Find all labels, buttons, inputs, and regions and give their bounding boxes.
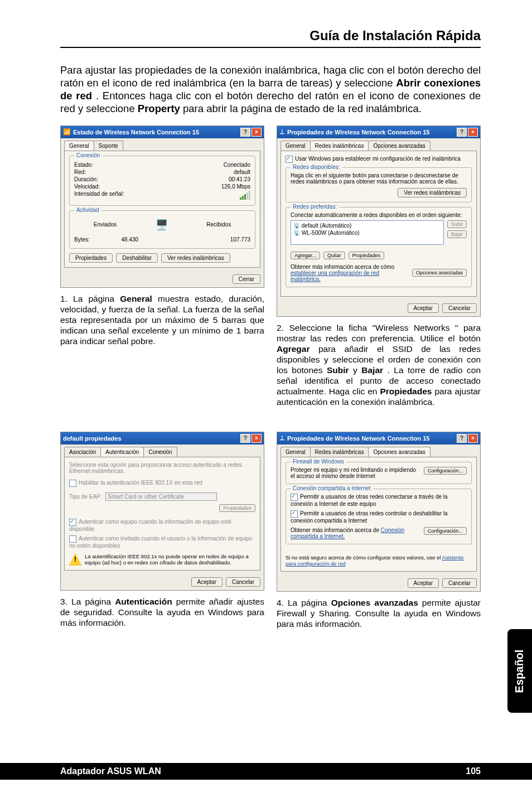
down-button[interactable]: Bajar (447, 230, 467, 238)
preferred-list[interactable]: 📡 default (Automático) 📡 WL-500W (Automá… (291, 220, 444, 245)
tab-soporte[interactable]: Soporte (94, 141, 123, 151)
ics-allow-control-checkbox[interactable] (291, 510, 298, 518)
close-button[interactable]: Cerrar (233, 274, 260, 284)
cancel-button[interactable]: Cancelar (226, 577, 260, 587)
group-firewall: Firewall de Windows (291, 458, 346, 465)
bytes-label: Bytes: (74, 236, 90, 243)
auth-as-guest-checkbox[interactable] (69, 535, 76, 543)
label: Velocidad: (74, 183, 100, 190)
disable-button[interactable]: Deshabilitar (116, 253, 158, 263)
signal-strength-icon (240, 191, 250, 200)
enviados-label: Enviados (94, 221, 117, 228)
titlebar: ⊥ Propiedades de Wireless Network Connec… (277, 432, 480, 445)
tab-wireless-networks[interactable]: Redes inalámbricas (310, 141, 369, 151)
properties-button[interactable]: Propiedades (349, 252, 385, 259)
list-item[interactable]: 📡 default (Automático) (293, 222, 441, 229)
view-networks-button[interactable]: Ver redes inalámbricas (398, 188, 467, 197)
help-icon[interactable]: ? (457, 128, 467, 137)
available-text: Haga clic en el siguiente botón para con… (291, 172, 467, 185)
list-item[interactable]: 📡 WL-500W (Automático) (293, 229, 441, 236)
configure-button[interactable]: Configuración... (424, 467, 467, 475)
close-icon[interactable]: × (252, 128, 262, 137)
info-link[interactable]: establecer una configuración de red inal… (291, 270, 379, 282)
ics-allow-connect-checkbox[interactable] (291, 494, 298, 501)
dialog-title: default propiedades (63, 435, 122, 442)
tab-advanced[interactable]: Opciones avanzadas (368, 141, 430, 151)
label: Intensidad de señal: (74, 191, 124, 200)
eap-type-label: Tipo de EAP: (69, 494, 102, 500)
properties-button[interactable]: Propiedades (69, 253, 113, 263)
activity-icon: 🖥️ (156, 219, 168, 231)
warning-icon: ! (69, 553, 81, 566)
cancel-button[interactable]: Cancelar (442, 578, 477, 588)
tab-wireless-networks[interactable]: Redes inalámbricas (310, 447, 369, 457)
properties-dialog: ⊥ Propiedades de Wireless Network Connec… (277, 125, 481, 317)
value: Conectado (224, 162, 250, 168)
use-windows-checkbox[interactable] (286, 156, 293, 163)
antenna-icon: 📡 (293, 223, 300, 229)
tab-general[interactable]: General (280, 141, 311, 151)
tab-general[interactable]: General (64, 141, 94, 151)
footer-page-number: 105 (466, 766, 481, 776)
group-ics: Conexión compartida a Internet (291, 485, 373, 491)
page-footer: Adaptador ASUS WLAN 105 (0, 763, 532, 780)
tab-general[interactable]: General (280, 447, 311, 457)
checkbox-label: Permitir a usuarios de otras redes conec… (291, 494, 448, 507)
language-tab: Español (507, 629, 532, 713)
checkbox-label: Usar Windows para establecer mi configur… (295, 156, 461, 162)
dialog-title: Estado de Wireless Network Connection 15 (73, 129, 199, 136)
label: Duración: (74, 176, 98, 182)
value: 00:41:23 (229, 176, 250, 182)
accept-button[interactable]: Aceptar (408, 578, 439, 588)
group-conexion: Conexión (74, 152, 102, 158)
enable-8021x-checkbox[interactable] (69, 480, 76, 487)
titlebar: ⊥ Propiedades de Wireless Network Connec… (277, 126, 480, 138)
label: Estado: (74, 162, 93, 168)
close-icon[interactable]: × (468, 128, 478, 137)
remove-button[interactable]: Quitar (323, 252, 345, 259)
caption-1: 1. La página General muestra estado, dur… (60, 293, 264, 346)
intro-text: para abrir la página de estado de la red… (183, 103, 422, 114)
close-icon[interactable]: × (252, 434, 262, 443)
intro-paragraph: Para ajustar las propiedades de la conex… (60, 64, 481, 115)
help-icon[interactable]: ? (240, 434, 250, 443)
warning-text: La autentificación IEEE 802.1x no puede … (85, 553, 255, 566)
bytes-received: 107.773 (170, 236, 250, 243)
intro-bold-2: Property (138, 103, 180, 114)
wireless-icon: 📶 (63, 128, 71, 136)
value: 126,0 Mbps (221, 183, 250, 190)
tab-authentication[interactable]: Autenticación (100, 447, 144, 457)
checkbox-label: Habilitar la autenticación IEEE 802.1X e… (79, 480, 202, 486)
titlebar: default propiedades ? × (61, 432, 264, 445)
caption-number: 1. (60, 294, 73, 303)
configure-button[interactable]: Configuración... (424, 527, 467, 535)
caption-4: 4. La página Opciones avanzadas permite … (277, 597, 481, 629)
eap-type-select[interactable]: Smart Card or other Certificate (105, 492, 217, 501)
cancel-button[interactable]: Cancelar (442, 303, 477, 313)
accept-button[interactable]: Aceptar (408, 303, 439, 313)
tab-association[interactable]: Asociación (64, 447, 101, 457)
tab-connection[interactable]: Conexión (143, 447, 177, 457)
view-networks-button[interactable]: Ver redes inalámbricas (161, 253, 230, 263)
titlebar: 📶 Estado de Wireless Network Connection … (61, 126, 264, 138)
properties-button[interactable]: Propiedades (219, 504, 255, 512)
accept-button[interactable]: Aceptar (191, 577, 223, 587)
up-button[interactable]: Subir (447, 220, 467, 228)
firewall-text: Proteger mi equipo y mi red limitando o … (291, 467, 419, 479)
add-button[interactable]: Agregar... (291, 252, 320, 259)
footer-product: Adaptador ASUS WLAN (60, 766, 161, 776)
bytes-sent: 48.430 (90, 236, 170, 243)
label: Red: (74, 169, 86, 175)
auth-as-computer-checkbox[interactable] (69, 519, 76, 526)
dialog-title: Propiedades de Wireless Network Connecti… (287, 435, 429, 442)
tab-advanced[interactable]: Opciones avanzadas (368, 447, 430, 457)
auth-dialog: default propiedades ? × Asociación Auten… (60, 432, 264, 591)
caption-3: 3. La página Autenticación permite añadi… (60, 596, 264, 628)
help-icon[interactable]: ? (457, 434, 467, 443)
help-icon[interactable]: ? (240, 128, 250, 137)
close-icon[interactable]: × (468, 434, 478, 443)
network-icon: ⊥ (279, 128, 285, 136)
group-actividad: Actividad (74, 207, 101, 213)
advanced-options-button[interactable]: Opciones avanzadas (412, 269, 467, 277)
preferred-text: Conectar automáticamente a redes disponi… (291, 212, 467, 218)
